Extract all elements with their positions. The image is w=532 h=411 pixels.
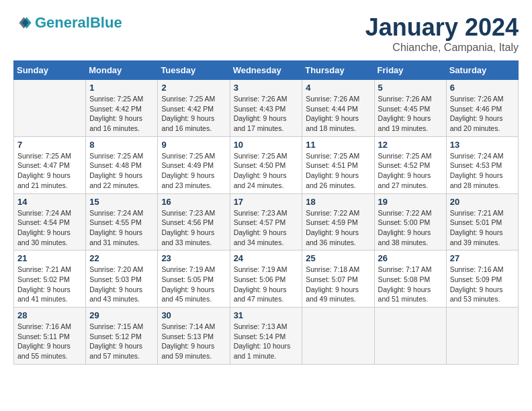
- day-number: 18: [306, 197, 370, 207]
- calendar-cell: 2Sunrise: 7:25 AM Sunset: 4:42 PM Daylig…: [158, 80, 230, 137]
- calendar-cell: 1Sunrise: 7:25 AM Sunset: 4:42 PM Daylig…: [86, 80, 158, 137]
- calendar-cell: 26Sunrise: 7:17 AM Sunset: 5:08 PM Dayli…: [374, 250, 446, 308]
- calendar-cell: 25Sunrise: 7:18 AM Sunset: 5:07 PM Dayli…: [302, 250, 374, 308]
- day-number: 24: [234, 253, 299, 263]
- calendar-cell: 4Sunrise: 7:26 AM Sunset: 4:44 PM Daylig…: [302, 80, 374, 137]
- day-info: Sunrise: 7:26 AM Sunset: 4:44 PM Dayligh…: [306, 94, 370, 134]
- calendar-cell: 6Sunrise: 7:26 AM Sunset: 4:46 PM Daylig…: [446, 80, 518, 137]
- day-number: 11: [306, 140, 370, 150]
- day-number: 12: [378, 140, 443, 150]
- day-number: 21: [17, 253, 82, 263]
- calendar-cell: 14Sunrise: 7:24 AM Sunset: 4:54 PM Dayli…: [14, 193, 86, 250]
- day-info: Sunrise: 7:22 AM Sunset: 4:59 PM Dayligh…: [306, 208, 370, 248]
- calendar-cell: 18Sunrise: 7:22 AM Sunset: 4:59 PM Dayli…: [302, 193, 374, 250]
- day-number: 8: [89, 140, 154, 150]
- day-number: 4: [306, 83, 370, 93]
- calendar-cell: 13Sunrise: 7:24 AM Sunset: 4:53 PM Dayli…: [446, 136, 518, 193]
- calendar-cell: 17Sunrise: 7:23 AM Sunset: 4:57 PM Dayli…: [230, 193, 302, 250]
- day-info: Sunrise: 7:26 AM Sunset: 4:46 PM Dayligh…: [450, 94, 515, 134]
- day-number: 6: [450, 83, 515, 93]
- calendar-cell: [374, 308, 446, 365]
- day-info: Sunrise: 7:25 AM Sunset: 4:52 PM Dayligh…: [378, 151, 443, 191]
- day-info: Sunrise: 7:21 AM Sunset: 5:02 PM Dayligh…: [17, 265, 82, 304]
- day-info: Sunrise: 7:26 AM Sunset: 4:45 PM Dayligh…: [378, 94, 443, 134]
- day-number: 23: [161, 253, 226, 263]
- day-number: 3: [234, 83, 299, 93]
- day-number: 1: [89, 83, 154, 93]
- calendar-cell: 12Sunrise: 7:25 AM Sunset: 4:52 PM Dayli…: [374, 136, 446, 193]
- day-number: 25: [306, 253, 370, 263]
- calendar-cell: 23Sunrise: 7:19 AM Sunset: 5:05 PM Dayli…: [158, 250, 230, 308]
- page-header: GeneralBlue January 2024 Chianche, Campa…: [13, 13, 519, 54]
- calendar-cell: [446, 308, 518, 365]
- calendar-week-row: 7Sunrise: 7:25 AM Sunset: 4:47 PM Daylig…: [14, 136, 519, 193]
- weekday-header-monday: Monday: [86, 61, 158, 80]
- day-info: Sunrise: 7:22 AM Sunset: 5:00 PM Dayligh…: [378, 208, 443, 248]
- day-info: Sunrise: 7:25 AM Sunset: 4:42 PM Dayligh…: [89, 94, 154, 134]
- calendar-week-row: 28Sunrise: 7:16 AM Sunset: 5:11 PM Dayli…: [14, 308, 519, 365]
- day-info: Sunrise: 7:24 AM Sunset: 4:55 PM Dayligh…: [89, 208, 154, 248]
- calendar-cell: 3Sunrise: 7:26 AM Sunset: 4:43 PM Daylig…: [230, 80, 302, 137]
- day-number: 19: [378, 197, 443, 207]
- day-info: Sunrise: 7:25 AM Sunset: 4:49 PM Dayligh…: [161, 151, 226, 191]
- day-info: Sunrise: 7:25 AM Sunset: 4:42 PM Dayligh…: [161, 94, 226, 134]
- calendar-week-row: 14Sunrise: 7:24 AM Sunset: 4:54 PM Dayli…: [14, 193, 519, 250]
- day-info: Sunrise: 7:23 AM Sunset: 4:57 PM Dayligh…: [234, 208, 299, 248]
- day-number: 27: [450, 253, 515, 263]
- weekday-header-sunday: Sunday: [14, 61, 86, 80]
- calendar-cell: 28Sunrise: 7:16 AM Sunset: 5:11 PM Dayli…: [14, 308, 86, 365]
- day-number: 7: [17, 140, 82, 150]
- day-info: Sunrise: 7:24 AM Sunset: 4:53 PM Dayligh…: [450, 151, 515, 191]
- calendar-cell: 22Sunrise: 7:20 AM Sunset: 5:03 PM Dayli…: [86, 250, 158, 308]
- weekday-header-friday: Friday: [374, 61, 446, 80]
- day-info: Sunrise: 7:16 AM Sunset: 5:09 PM Dayligh…: [450, 265, 515, 304]
- calendar-cell: 24Sunrise: 7:19 AM Sunset: 5:06 PM Dayli…: [230, 250, 302, 308]
- calendar-cell: 21Sunrise: 7:21 AM Sunset: 5:02 PM Dayli…: [14, 250, 86, 308]
- calendar-cell: 15Sunrise: 7:24 AM Sunset: 4:55 PM Dayli…: [86, 193, 158, 250]
- day-info: Sunrise: 7:13 AM Sunset: 5:14 PM Dayligh…: [234, 322, 299, 361]
- calendar-cell: 11Sunrise: 7:25 AM Sunset: 4:51 PM Dayli…: [302, 136, 374, 193]
- calendar-week-row: 1Sunrise: 7:25 AM Sunset: 4:42 PM Daylig…: [14, 80, 519, 137]
- day-number: 13: [450, 140, 515, 150]
- day-info: Sunrise: 7:14 AM Sunset: 5:13 PM Dayligh…: [161, 322, 226, 361]
- weekday-header-thursday: Thursday: [302, 61, 374, 80]
- calendar-cell: 7Sunrise: 7:25 AM Sunset: 4:47 PM Daylig…: [14, 136, 86, 193]
- day-number: 30: [161, 310, 226, 320]
- calendar-week-row: 21Sunrise: 7:21 AM Sunset: 5:02 PM Dayli…: [14, 250, 519, 308]
- weekday-header-wednesday: Wednesday: [230, 61, 302, 80]
- day-number: 28: [17, 310, 82, 320]
- day-info: Sunrise: 7:20 AM Sunset: 5:03 PM Dayligh…: [89, 265, 154, 304]
- calendar-cell: 9Sunrise: 7:25 AM Sunset: 4:49 PM Daylig…: [158, 136, 230, 193]
- day-info: Sunrise: 7:23 AM Sunset: 4:56 PM Dayligh…: [161, 208, 226, 248]
- calendar-subtitle: Chianche, Campania, Italy: [365, 42, 519, 54]
- calendar-cell: [302, 308, 374, 365]
- calendar-cell: 19Sunrise: 7:22 AM Sunset: 5:00 PM Dayli…: [374, 193, 446, 250]
- calendar-cell: 31Sunrise: 7:13 AM Sunset: 5:14 PM Dayli…: [230, 308, 302, 365]
- calendar-cell: 27Sunrise: 7:16 AM Sunset: 5:09 PM Dayli…: [446, 250, 518, 308]
- day-number: 15: [89, 197, 154, 207]
- weekday-header-row: SundayMondayTuesdayWednesdayThursdayFrid…: [14, 61, 519, 80]
- day-number: 20: [450, 197, 515, 207]
- calendar-cell: 30Sunrise: 7:14 AM Sunset: 5:13 PM Dayli…: [158, 308, 230, 365]
- day-info: Sunrise: 7:24 AM Sunset: 4:54 PM Dayligh…: [17, 208, 82, 248]
- calendar-cell: 16Sunrise: 7:23 AM Sunset: 4:56 PM Dayli…: [158, 193, 230, 250]
- title-block: January 2024 Chianche, Campania, Italy: [365, 13, 519, 54]
- calendar-table: SundayMondayTuesdayWednesdayThursdayFrid…: [13, 60, 519, 365]
- calendar-cell: [14, 80, 86, 137]
- calendar-title: January 2024: [365, 13, 519, 42]
- calendar-cell: 8Sunrise: 7:25 AM Sunset: 4:48 PM Daylig…: [86, 136, 158, 193]
- calendar-cell: 10Sunrise: 7:25 AM Sunset: 4:50 PM Dayli…: [230, 136, 302, 193]
- weekday-header-tuesday: Tuesday: [158, 61, 230, 80]
- calendar-cell: 29Sunrise: 7:15 AM Sunset: 5:12 PM Dayli…: [86, 308, 158, 365]
- day-info: Sunrise: 7:25 AM Sunset: 4:48 PM Dayligh…: [89, 151, 154, 191]
- day-number: 22: [89, 253, 154, 263]
- day-info: Sunrise: 7:26 AM Sunset: 4:43 PM Dayligh…: [234, 94, 299, 134]
- calendar-cell: 20Sunrise: 7:21 AM Sunset: 5:01 PM Dayli…: [446, 193, 518, 250]
- day-info: Sunrise: 7:19 AM Sunset: 5:05 PM Dayligh…: [161, 265, 226, 304]
- day-info: Sunrise: 7:21 AM Sunset: 5:01 PM Dayligh…: [450, 208, 515, 248]
- day-info: Sunrise: 7:19 AM Sunset: 5:06 PM Dayligh…: [234, 265, 299, 304]
- logo-icon: [13, 13, 32, 32]
- day-number: 29: [89, 310, 154, 320]
- day-info: Sunrise: 7:25 AM Sunset: 4:47 PM Dayligh…: [17, 151, 82, 191]
- weekday-header-saturday: Saturday: [446, 61, 518, 80]
